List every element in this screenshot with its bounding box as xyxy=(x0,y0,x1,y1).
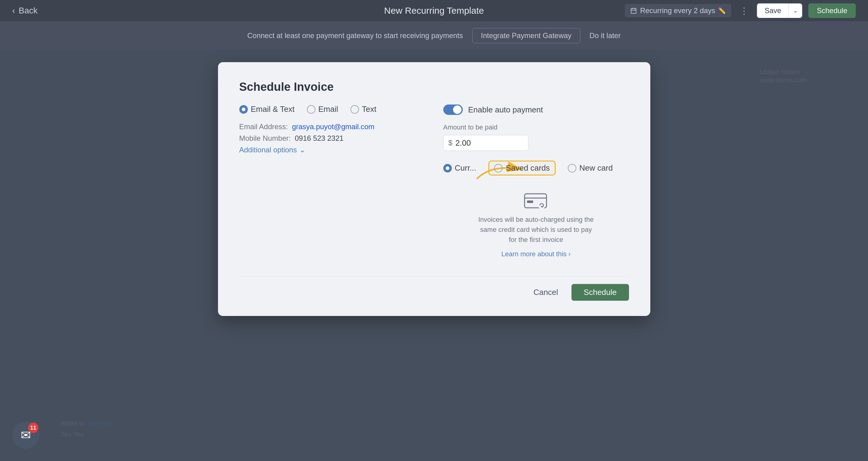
notification-bar: Connect at least one payment gateway to … xyxy=(0,21,868,50)
saved-cards-label: Saved cards xyxy=(506,163,550,173)
schedule-invoice-modal: Schedule Invoice Email & Text Email xyxy=(218,62,650,316)
save-dropdown-button[interactable]: ⌄ xyxy=(788,4,802,18)
main-area: United States www.demo.com Billed to Rem… xyxy=(0,50,868,461)
radio-current-icon xyxy=(443,164,452,172)
modal-title: Schedule Invoice xyxy=(239,81,629,93)
radio-saved-cards-icon xyxy=(494,164,503,172)
chevron-down-icon: ⌄ xyxy=(299,146,305,154)
radio-email-text-icon xyxy=(239,105,248,114)
schedule-button[interactable]: Schedule xyxy=(571,284,629,301)
option-current-label: Curr... xyxy=(455,163,476,173)
calendar-icon xyxy=(630,7,637,14)
back-chevron-icon: ‹ xyxy=(12,6,15,16)
modal-overlay: Schedule Invoice Email & Text Email xyxy=(0,50,868,461)
svg-rect-0 xyxy=(631,8,636,13)
currency-symbol: $ xyxy=(448,139,453,147)
radio-text-icon xyxy=(350,105,359,114)
option-email[interactable]: Email xyxy=(307,105,338,114)
schedule-nav-button[interactable]: Schedule xyxy=(808,3,856,18)
mobile-number-line: Mobile Number: 0916 523 2321 xyxy=(239,134,425,143)
credit-card-icon xyxy=(524,191,548,209)
email-value: grasya.puyot@gmail.com xyxy=(292,122,374,131)
additional-options-label: Additional options xyxy=(239,146,297,154)
radio-email-icon xyxy=(307,105,315,114)
amount-input[interactable] xyxy=(456,138,523,148)
modal-left-column: Email & Text Email Text xyxy=(239,105,425,264)
back-label: Back xyxy=(19,6,37,16)
nav-actions: Recurring every 2 days ✏️ ⋮ Save ⌄ Sched… xyxy=(625,3,856,18)
email-label: Email Address: xyxy=(239,122,288,131)
option-saved-cards[interactable]: Saved cards xyxy=(488,161,556,175)
modal-body: Email & Text Email Text xyxy=(239,105,629,264)
save-button-group: Save ⌄ xyxy=(757,3,802,18)
svg-rect-7 xyxy=(527,201,533,203)
modal-right-column: Enable auto payment Amount to be paid $ … xyxy=(443,105,629,264)
page-title: New Recurring Template xyxy=(384,5,484,16)
learn-more-arrow-icon: › xyxy=(568,250,570,258)
option-email-text[interactable]: Email & Text xyxy=(239,105,295,114)
auto-payment-label: Enable auto payment xyxy=(468,105,543,115)
option-email-text-label: Email & Text xyxy=(251,105,295,114)
save-button[interactable]: Save xyxy=(757,4,788,18)
option-new-card[interactable]: New card xyxy=(568,163,613,173)
recurring-edit-icon: ✏️ xyxy=(718,7,726,14)
chat-bubble-button[interactable]: ✉ 11 xyxy=(12,422,39,449)
new-card-label: New card xyxy=(579,163,613,173)
mobile-value: 0916 523 2321 xyxy=(295,134,343,142)
do-later-link[interactable]: Do it later xyxy=(589,31,621,40)
modal-footer: Cancel Schedule xyxy=(239,276,629,301)
chat-badge: 11 xyxy=(28,423,38,433)
option-text[interactable]: Text xyxy=(350,105,377,114)
auto-charge-text: Invoices will be auto-charged using the … xyxy=(478,214,594,245)
email-address-line: Email Address: grasya.puyot@gmail.com xyxy=(239,122,425,131)
learn-more-link[interactable]: Learn more about this › xyxy=(501,250,570,258)
back-button[interactable]: ‹ Back xyxy=(12,6,38,16)
auto-payment-toggle[interactable] xyxy=(443,105,463,115)
recurring-badge-label: Recurring every 2 days xyxy=(640,6,715,15)
option-email-label: Email xyxy=(318,105,338,114)
svg-point-8 xyxy=(538,202,545,209)
recurring-badge[interactable]: Recurring every 2 days ✏️ xyxy=(625,4,731,17)
auto-payment-row: Enable auto payment xyxy=(443,105,629,115)
additional-options-toggle[interactable]: Additional options ⌄ xyxy=(239,146,425,154)
integrate-payment-button[interactable]: Integrate Payment Gateway xyxy=(472,28,581,43)
cancel-button[interactable]: Cancel xyxy=(526,284,565,301)
radio-new-card-icon xyxy=(568,164,576,172)
amount-input-row: $ xyxy=(443,135,529,151)
auto-charge-section: Invoices will be auto-charged using the … xyxy=(443,185,629,264)
option-current-card[interactable]: Curr... xyxy=(443,163,476,173)
notification-message: Connect at least one payment gateway to … xyxy=(247,31,463,40)
mobile-label: Mobile Number: xyxy=(239,134,291,142)
top-navigation: ‹ Back New Recurring Template Recurring … xyxy=(0,0,868,21)
option-text-label: Text xyxy=(362,105,377,114)
toggle-knob xyxy=(453,106,462,114)
more-options-button[interactable]: ⋮ xyxy=(737,3,751,18)
learn-more-label: Learn more about this xyxy=(501,250,566,258)
payment-type-row: Curr... xyxy=(443,161,629,175)
delivery-options: Email & Text Email Text xyxy=(239,105,425,114)
amount-label: Amount to be paid xyxy=(443,123,629,131)
contact-info: Email Address: grasya.puyot@gmail.com Mo… xyxy=(239,122,425,143)
